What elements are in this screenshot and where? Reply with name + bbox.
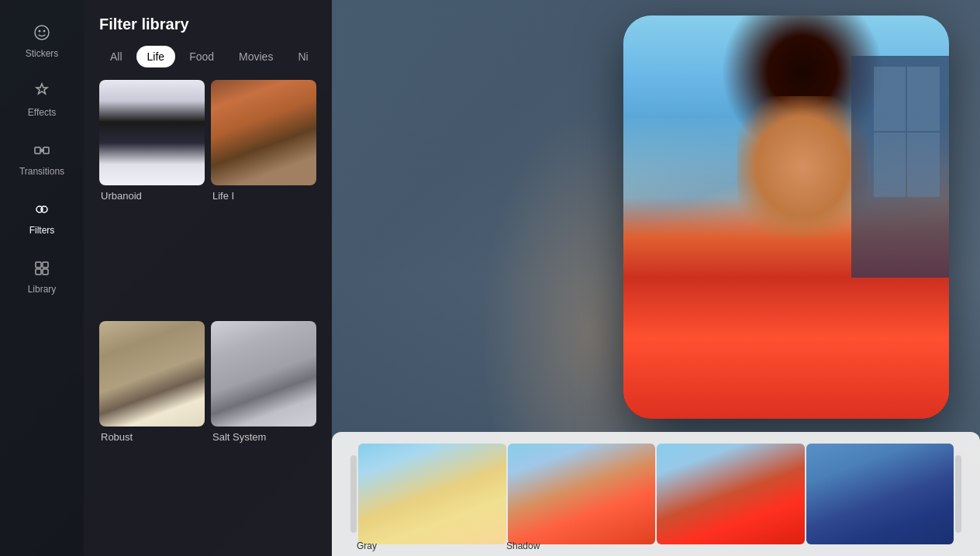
app-container: Stickers Effects Transitions	[0, 0, 980, 556]
filter-robust-thumbnail	[99, 321, 205, 426]
building-windows	[871, 64, 942, 265]
urbanoid-thumb-img	[99, 80, 205, 185]
timeline-frame-1[interactable]	[358, 444, 506, 544]
filters-icon	[31, 199, 53, 220]
sidebar-item-library[interactable]: Library	[7, 248, 77, 304]
sidebar-item-effects[interactable]: Effects	[7, 71, 77, 127]
svg-rect-3	[35, 147, 40, 154]
tab-ni[interactable]: Ni	[287, 46, 319, 67]
filter-salt-thumbnail	[211, 321, 316, 426]
timeline-strip[interactable]: Gray Shadow	[332, 432, 980, 556]
filter-grid: Urbanoid Life I Robust Salt System	[84, 80, 332, 556]
sidebar-item-stickers[interactable]: Stickers	[7, 12, 77, 68]
stickers-label: Stickers	[26, 48, 59, 59]
main-content: Gray Shadow	[332, 0, 980, 556]
effects-label: Effects	[28, 107, 56, 118]
phone-preview	[623, 16, 949, 419]
timeline-frame-2[interactable]	[508, 444, 656, 544]
frame-label-gray: Gray	[357, 540, 506, 551]
robust-thumb-img	[99, 321, 205, 426]
filter-robust-name: Robust	[99, 431, 205, 443]
library-label: Library	[28, 284, 57, 295]
filter-life1-thumbnail	[211, 80, 316, 185]
sidebar-item-transitions[interactable]: Transitions	[7, 130, 77, 186]
svg-rect-10	[36, 269, 41, 275]
filter-life1-name: Life I	[211, 190, 316, 202]
category-tabs: All Life Food Movies Ni	[84, 46, 332, 80]
scroll-handle-left[interactable]	[350, 455, 357, 533]
transitions-label: Transitions	[19, 166, 64, 177]
filter-robust[interactable]: Robust	[99, 321, 205, 556]
svg-rect-11	[43, 269, 48, 275]
filter-salt-system[interactable]: Salt System	[211, 321, 316, 556]
svg-rect-8	[36, 262, 41, 268]
svg-point-0	[35, 26, 49, 40]
phone-screen	[623, 16, 949, 419]
frame3-content	[657, 444, 805, 544]
sidebar: Stickers Effects Transitions	[0, 0, 84, 556]
timeline-frame-4[interactable]	[806, 444, 954, 544]
timeline-labels: Gray Shadow	[357, 540, 955, 551]
filter-salt-name: Salt System	[211, 431, 316, 443]
filter-panel: Filter library All Life Food Movies Ni U…	[84, 0, 332, 556]
filter-life1[interactable]: Life I	[211, 80, 316, 315]
frame-label-3	[656, 540, 806, 551]
svg-point-2	[43, 30, 46, 33]
transitions-icon	[31, 140, 53, 161]
life1-thumb-img	[211, 80, 316, 185]
frame1-content	[358, 444, 506, 544]
sticker-icon	[31, 22, 53, 43]
tab-food[interactable]: Food	[178, 46, 225, 67]
sidebar-item-filters[interactable]: Filters	[7, 189, 77, 245]
filter-urbanoid[interactable]: Urbanoid	[99, 80, 205, 315]
frame-label-shadow: Shadow	[506, 540, 656, 551]
timeline-frame-3[interactable]	[657, 444, 805, 544]
effects-icon	[31, 81, 53, 102]
filter-urbanoid-name: Urbanoid	[99, 190, 205, 202]
scroll-handle-right[interactable]	[955, 455, 961, 533]
panel-title: Filter library	[84, 16, 332, 46]
svg-point-1	[39, 30, 41, 33]
frame2-content	[508, 444, 656, 544]
filter-urbanoid-thumbnail	[99, 80, 205, 185]
tab-movies[interactable]: Movies	[228, 46, 284, 67]
filters-label: Filters	[29, 225, 55, 236]
frame4-content	[806, 444, 954, 544]
tab-all[interactable]: All	[99, 46, 133, 67]
tab-life[interactable]: Life	[136, 46, 176, 67]
frame-label-4	[806, 540, 955, 551]
library-icon	[31, 257, 53, 279]
face-area	[737, 96, 868, 237]
salt-thumb-img	[211, 321, 316, 426]
svg-rect-9	[43, 262, 48, 268]
